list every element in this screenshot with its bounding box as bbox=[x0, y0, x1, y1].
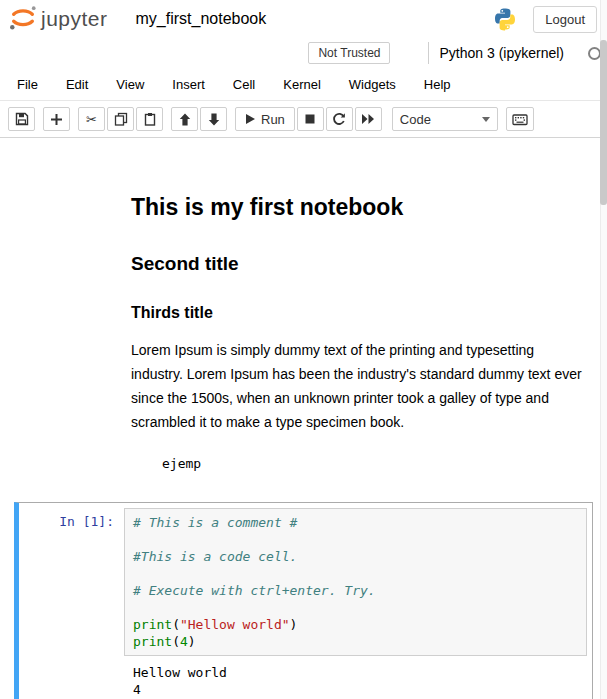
menu-item-edit[interactable]: Edit bbox=[52, 69, 102, 100]
copy-icon bbox=[114, 112, 128, 126]
scissors-icon: ✂ bbox=[86, 113, 97, 126]
move-cell-down-button[interactable] bbox=[200, 107, 227, 131]
cell-output-row: Hellow world 4 bbox=[24, 660, 587, 699]
plus-icon bbox=[50, 113, 63, 126]
scrollbar[interactable] bbox=[600, 0, 607, 699]
menu-item-widgets[interactable]: Widgets bbox=[335, 69, 410, 100]
jupyter-logo-icon bbox=[8, 4, 38, 35]
menubar: File Edit View Insert Cell Kernel Widget… bbox=[0, 68, 607, 101]
paste-icon bbox=[143, 112, 157, 126]
cell-type-value: Code bbox=[400, 112, 431, 127]
insert-cell-button[interactable] bbox=[43, 107, 70, 131]
logout-button[interactable]: Logout bbox=[533, 6, 597, 33]
menu-item-insert[interactable]: Insert bbox=[158, 69, 219, 100]
toolbar: ✂ Run bbox=[0, 101, 607, 138]
cell-input-prompt: In [1]: bbox=[24, 508, 124, 656]
menu-item-help[interactable]: Help bbox=[410, 69, 465, 100]
code-line: #This is a code cell. bbox=[133, 548, 578, 565]
kernel-section: Python 3 (ipykernel) bbox=[428, 42, 601, 64]
arrow-up-icon bbox=[178, 113, 192, 126]
trust-badge[interactable]: Not Trusted bbox=[308, 42, 390, 64]
save-icon bbox=[15, 112, 29, 126]
fast-forward-icon bbox=[361, 113, 375, 125]
markdown-code-block: ejemp bbox=[162, 456, 585, 471]
markdown-paragraph: Lorem Ipsum is simply dummy text of the … bbox=[131, 338, 585, 434]
code-line: print(4) bbox=[133, 633, 578, 650]
command-palette-button[interactable] bbox=[506, 107, 534, 131]
markdown-cell[interactable]: This is my first notebook Second title T… bbox=[131, 194, 585, 471]
heading-1: This is my first notebook bbox=[131, 194, 585, 221]
heading-3: Thirds title bbox=[131, 304, 585, 322]
copy-cell-button[interactable] bbox=[107, 107, 134, 131]
run-button[interactable]: Run bbox=[235, 107, 295, 131]
menu-item-file[interactable]: File bbox=[3, 69, 52, 100]
save-button[interactable] bbox=[8, 107, 35, 131]
restart-kernel-button[interactable] bbox=[326, 107, 353, 131]
jupyter-wordmark: jupyter bbox=[41, 7, 108, 31]
menu-item-cell[interactable]: Cell bbox=[219, 69, 269, 100]
code-line-blank bbox=[133, 565, 578, 582]
output-line: 4 bbox=[133, 681, 587, 698]
stop-icon bbox=[304, 113, 316, 125]
kernel-name: Python 3 (ipykernel) bbox=[439, 45, 564, 61]
restart-run-all-button[interactable] bbox=[355, 107, 382, 131]
code-line: # This is a comment # bbox=[133, 514, 578, 531]
run-label: Run bbox=[261, 112, 285, 127]
menu-item-kernel[interactable]: Kernel bbox=[269, 69, 335, 100]
code-line: # Execute with ctrl+enter. Try. bbox=[133, 582, 578, 599]
scrollbar-thumb[interactable] bbox=[600, 40, 607, 205]
cell-input-row: In [1]: # This is a comment # #This is a… bbox=[24, 508, 587, 656]
keyboard-icon bbox=[512, 113, 528, 126]
arrow-down-icon bbox=[207, 113, 221, 126]
status-bar: Not Trusted Python 3 (ipykernel) bbox=[0, 38, 607, 68]
code-line-blank bbox=[133, 531, 578, 548]
cell-output: Hellow world 4 bbox=[124, 660, 587, 699]
header-bar: jupyter my_first_notebook Logout bbox=[0, 0, 607, 38]
output-line: Hellow world bbox=[133, 664, 587, 681]
notebook-title[interactable]: my_first_notebook bbox=[136, 10, 267, 28]
move-cell-up-button[interactable] bbox=[171, 107, 198, 131]
jupyter-logo[interactable]: jupyter bbox=[8, 4, 108, 35]
cell-type-select[interactable]: Code bbox=[392, 107, 498, 131]
code-cell-selected[interactable]: In [1]: # This is a comment # #This is a… bbox=[14, 502, 593, 699]
paste-cell-button[interactable] bbox=[136, 107, 163, 131]
menu-item-view[interactable]: View bbox=[102, 69, 158, 100]
heading-2: Second title bbox=[131, 253, 585, 275]
cell-output-prompt bbox=[24, 660, 124, 699]
interrupt-kernel-button[interactable] bbox=[297, 107, 324, 131]
code-editor[interactable]: # This is a comment # #This is a code ce… bbox=[124, 508, 587, 656]
restart-icon bbox=[332, 112, 346, 126]
code-line-blank bbox=[133, 599, 578, 616]
notebook-container: This is my first notebook Second title T… bbox=[0, 138, 607, 699]
chevron-down-icon bbox=[482, 117, 490, 122]
code-line: print("Hellow world") bbox=[133, 616, 578, 633]
cut-cell-button[interactable]: ✂ bbox=[78, 107, 105, 131]
play-icon bbox=[245, 113, 256, 125]
python-icon bbox=[493, 7, 517, 31]
